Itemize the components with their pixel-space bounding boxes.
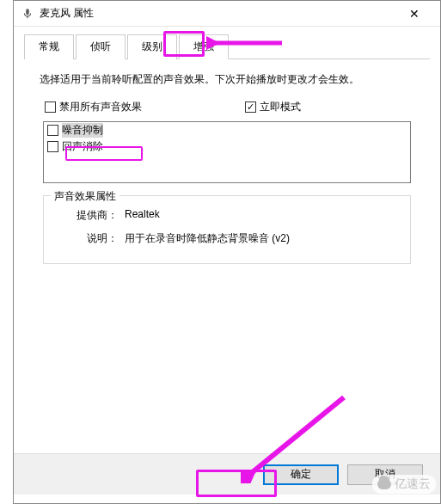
tab-enhance[interactable]: 增强: [179, 34, 229, 59]
checkbox-box-icon: [45, 101, 56, 113]
list-item[interactable]: 回声消除: [44, 138, 410, 155]
watermark: 亿速云: [372, 475, 436, 494]
property-row: 说明： 用于在录音时降低静态背景噪音 (v2): [52, 231, 401, 246]
list-item-label: 噪音抑制: [62, 123, 103, 138]
checkbox-label: 立即模式: [260, 100, 301, 114]
ok-button[interactable]: 确定: [263, 464, 339, 485]
instant-mode-checkbox[interactable]: 立即模式: [245, 100, 301, 114]
content-area: 常规 侦听 级别 增强 选择适用于当前聆听配置的声音效果。下次开始播放时更改才会…: [14, 27, 440, 264]
tab-label: 级别: [142, 40, 162, 52]
titlebar: 麦克风 属性 ✕: [14, 1, 440, 27]
group-title: 声音效果属性: [51, 189, 119, 204]
watermark-text: 亿速云: [395, 476, 431, 492]
checkbox-box-icon: [245, 101, 256, 113]
tab-label: 常规: [39, 40, 59, 52]
tab-strip: 常规 侦听 级别 增强: [24, 34, 430, 59]
property-row: 提供商： Realtek: [52, 208, 401, 223]
cloud-icon: [377, 479, 391, 489]
property-value: 用于在录音时降低静态背景噪音 (v2): [125, 231, 290, 246]
checkbox-box-icon: [47, 125, 58, 136]
button-label: 确定: [291, 467, 311, 482]
microphone-icon: [21, 7, 34, 21]
tab-levels[interactable]: 级别: [127, 34, 177, 59]
window: 麦克风 属性 ✕ 常规 侦听 级别 增强 选择适用于当前聆听配置的声音效果。下次…: [13, 0, 441, 504]
effect-properties-group: 声音效果属性 提供商： Realtek 说明： 用于在录音时降低静态背景噪音 (…: [43, 195, 411, 264]
close-button[interactable]: ✕: [395, 2, 433, 26]
tab-general[interactable]: 常规: [24, 34, 74, 59]
list-item-label: 回声消除: [62, 139, 103, 154]
panel-description: 选择适用于当前聆听配置的声音效果。下次开始播放时更改才会生效。: [40, 71, 414, 88]
disable-all-checkbox[interactable]: 禁用所有声音效果: [45, 100, 142, 114]
property-label: 说明：: [52, 231, 125, 246]
checkbox-label: 禁用所有声音效果: [59, 100, 142, 114]
enhance-panel: 选择适用于当前聆听配置的声音效果。下次开始播放时更改才会生效。 禁用所有声音效果…: [24, 59, 430, 264]
options-row: 禁用所有声音效果 立即模式: [40, 100, 414, 114]
list-item[interactable]: 噪音抑制: [44, 122, 410, 138]
window-title: 麦克风 属性: [40, 6, 395, 21]
close-icon: ✕: [409, 7, 420, 21]
property-value: Realtek: [125, 208, 160, 223]
tab-label: 侦听: [90, 40, 111, 52]
effects-listbox[interactable]: 噪音抑制 回声消除: [43, 121, 411, 183]
tab-listen[interactable]: 侦听: [76, 34, 126, 59]
tab-label: 增强: [193, 40, 214, 52]
property-label: 提供商：: [52, 208, 125, 223]
checkbox-box-icon: [47, 141, 58, 152]
